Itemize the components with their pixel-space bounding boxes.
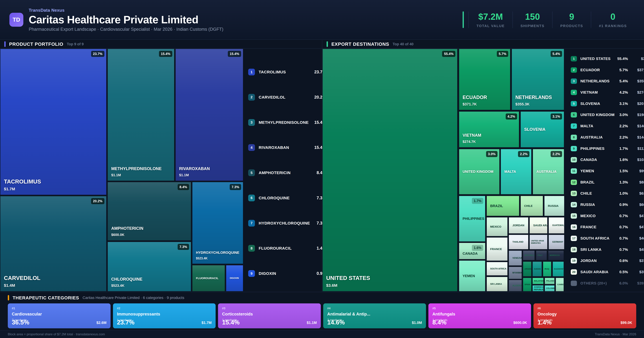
block-name: MEXICO xyxy=(490,225,504,228)
block-pct-badge: 2.2% xyxy=(518,151,530,157)
card-pct: 8.4% xyxy=(432,319,446,326)
list-item-others-20[interactable]: OTHERS (20+)6.0%$393.7K xyxy=(571,280,644,286)
treemap-block-sri-lanka[interactable]: SRI LANKA xyxy=(486,276,508,292)
block-value: $1.1M xyxy=(111,173,171,177)
block-name: VENEZUELA xyxy=(512,257,518,259)
block-pct-badge: 5.7% xyxy=(497,51,508,57)
treemap-block-thailand[interactable]: THAILAND xyxy=(508,234,528,250)
treemap-block-italy[interactable]: ITALY xyxy=(536,250,547,260)
list-item-ecuador[interactable]: 2ECUADOR5.7%$371.7K xyxy=(571,67,644,73)
treemap-block-rivaroxaban[interactable]: 15.4%RIVAROXABAN$1.1M xyxy=(175,48,244,181)
rank-badge: 9 xyxy=(248,270,255,277)
treemap-block-france[interactable]: FRANCE xyxy=(486,237,508,261)
category-card-cardiovascular[interactable]: #1Cardiovascular3 products36.5%$2.6M xyxy=(8,304,110,328)
treemap-block-myanmar[interactable]: MYANMAR xyxy=(508,266,522,279)
list-item-saudi-arabia[interactable]: 20SAUDI ARABIA0.5%$35.2K xyxy=(571,269,644,275)
treemap-block-guatemala[interactable]: GUATEMALA xyxy=(548,217,564,234)
list-item-chile[interactable]: 13CHILE1.0%$63.8K xyxy=(571,191,644,196)
list-item-united-kingdom[interactable]: 6UNITED KINGDOM3.0%$198.9K xyxy=(571,112,644,118)
treemap-block-iraq[interactable]: IRAQ xyxy=(543,261,552,277)
list-item-netherlands[interactable]: 3NETHERLANDS5.4%$355.3K xyxy=(571,78,644,84)
list-item-yemen[interactable]: 11YEMEN1.5%$99.4K xyxy=(571,168,644,174)
treemap-block-malta[interactable]: 2.2%MALTA xyxy=(500,149,532,194)
card-value: $99.0K xyxy=(620,321,632,325)
list-item-russia[interactable]: 14RUSSIA0.9%$60.5K xyxy=(571,202,644,207)
treemap-block-netherlands[interactable]: 5.4%NETHERLANDS$355.3K xyxy=(512,48,564,110)
block-value: $523.4K xyxy=(196,256,240,260)
treemap-block-jordan[interactable]: JORDAN xyxy=(508,217,528,234)
block-name: POLAND xyxy=(546,280,553,282)
treemap-block-south-africa[interactable]: SOUTH AFRICA xyxy=(486,262,508,276)
block-name: ALGERIA xyxy=(512,284,518,287)
treemap-block-digoxin[interactable]: DIGOXIN xyxy=(226,265,244,292)
treemap-block-methylprednisolone[interactable]: 15.4%METHYLPREDNISOLONE$1.1M xyxy=(107,48,174,181)
treemap-block-tacrolimus[interactable]: 23.7%TACROLIMUS$1.7M xyxy=(0,48,107,195)
treemap-block-russia[interactable]: RUSSIA xyxy=(544,196,564,216)
treemap-block-seychelles[interactable]: SEYCHELLES xyxy=(523,250,535,260)
treemap-block-malaysia[interactable]: MALAYSIA xyxy=(532,278,544,284)
treemap-block-hydroxychloroquine[interactable]: 7.3%HYDROXYCHLOROQUINE$523.4K xyxy=(192,182,244,264)
list-item-philippines[interactable]: 9PHILIPPINES1.7%$112.8K xyxy=(571,146,644,151)
treemap-block-cambodia[interactable]: CAMBODIA xyxy=(556,278,564,292)
rank-badge: 5 xyxy=(571,101,577,106)
treemap-block-saudi-arabia[interactable]: SAUDI ARABIA xyxy=(529,217,548,234)
category-card-oncology[interactable]: #6Oncology1 products1.4%$99.0K xyxy=(534,304,636,328)
list-item-australia[interactable]: 8AUSTRALIA2.2%$144.1K xyxy=(571,135,644,140)
treemap-block-ecuador[interactable]: 5.7%ECUADOR$371.7K xyxy=(459,48,510,110)
list-item-united-states[interactable]: 1UNITED STATES55.4%$3.6M xyxy=(571,56,644,62)
treemap-block-dominican-republic[interactable]: DOMINICAN REPUBLIC xyxy=(532,285,544,292)
block-value: $1.7M xyxy=(4,187,103,191)
block-name: UNITED ARAB EMIRATES xyxy=(531,240,546,244)
list-item-france[interactable]: 16FRANCE0.7%$47.0K xyxy=(571,224,644,230)
treemap-block-sudan[interactable]: SUDAN xyxy=(532,261,542,277)
list-item-slovenia[interactable]: 5SLOVENIA3.1%$201.9K xyxy=(571,101,644,106)
block-name: TACROLIMUS xyxy=(4,178,103,185)
list-item-malta[interactable]: 7MALTA2.2%$146.0K xyxy=(571,124,644,129)
block-name: KAZAKHSTAN xyxy=(554,268,562,270)
treemap-block-australia[interactable]: 2.2%AUSTRALIA xyxy=(532,149,564,194)
treemap-block-brazil[interactable]: BRAZIL xyxy=(486,196,520,216)
treemap-block-chloroquine[interactable]: 7.3%CHLOROQUINE$523.4K xyxy=(107,242,191,292)
block-name: FLUOROURACIL xyxy=(196,276,221,280)
block-name: YEMEN xyxy=(462,274,482,278)
list-item-brazil[interactable]: 12BRAZIL1.3%$88.2K xyxy=(571,180,644,185)
treemap-block-carvedilol[interactable]: 20.2%CARVEDILOL$1.4M xyxy=(0,196,107,292)
item-pct: 0.6% xyxy=(614,258,628,263)
treemap-block-yemen[interactable]: YEMEN xyxy=(459,260,486,292)
treemap-block-vietnam[interactable]: 4.2%VIETNAM$274.7K xyxy=(459,111,519,148)
rank-badge: 2 xyxy=(248,94,255,100)
treemap-block-fluorouracil[interactable]: FLUOROURACIL xyxy=(192,265,225,292)
treemap-block-argentina[interactable]: ARGENTINA xyxy=(523,261,532,277)
treemap-block-colombia[interactable]: COLOMBIA xyxy=(544,285,555,292)
treemap-block-philippines[interactable]: 1.7%PHILIPPINES xyxy=(459,196,486,242)
treemap-block-united-arab-emirates[interactable]: UNITED ARAB EMIRATES xyxy=(529,234,548,250)
treemap-block-united-kingdom[interactable]: 3.0%UNITED KINGDOM xyxy=(459,149,500,194)
treemap-block-kazakhstan[interactable]: KAZAKHSTAN xyxy=(552,261,564,277)
category-card-immunosuppressants[interactable]: #2Immunosuppressants1 products23.7%$1.7M xyxy=(113,304,216,328)
treemap-block-germany[interactable]: GERMANY xyxy=(548,234,564,250)
treemap-block-poland[interactable]: POLAND xyxy=(544,278,555,284)
treemap-block-mexico[interactable]: MEXICO xyxy=(486,217,508,236)
treemap-block-venezuela[interactable]: VENEZUELA xyxy=(508,250,522,266)
category-card-antifungals[interactable]: #5Antifungals1 products8.4%$600.0K xyxy=(428,304,531,328)
category-card-antimalarial-antip[interactable]: #4Antimalarial & Antip...2 products14.6%… xyxy=(323,304,426,328)
treemap-block-slovenia[interactable]: 3.1%SLOVENIA xyxy=(520,111,564,148)
treemap-block-canada[interactable]: 1.6%CANADA xyxy=(459,242,486,260)
block-name: IRAQ xyxy=(544,268,550,270)
item-value: $88.2K xyxy=(628,180,644,184)
list-item-jordan[interactable]: 19JORDAN0.6%$37.2K xyxy=(571,258,644,264)
block-pct-badge: 4.2% xyxy=(506,114,517,120)
list-item-canada[interactable]: 10CANADA1.6%$103.3K xyxy=(571,157,644,162)
treemap-block-morocco[interactable]: MOROCCO xyxy=(548,250,564,260)
list-item-south-africa[interactable]: 17SOUTH AFRICA0.7%$46.0K xyxy=(571,236,644,241)
treemap-block-spain[interactable]: SPAIN xyxy=(523,278,532,292)
treemap-block-chile[interactable]: CHILE xyxy=(520,196,543,216)
treemap-block-united-states[interactable]: 55.4%UNITED STATES$3.6M xyxy=(322,48,458,292)
category-card-corticosteroids[interactable]: #3Corticosteroids1 products15.4%$1.1M xyxy=(218,304,321,328)
item-pct: 0.7% xyxy=(614,225,628,229)
treemap-block-algeria[interactable]: ALGERIA xyxy=(508,280,522,292)
treemap-block-amphotericin[interactable]: 8.4%AMPHOTERICIN$600.0K xyxy=(107,182,191,241)
list-item-vietnam[interactable]: 4VIETNAM4.2%$274.7K xyxy=(571,90,644,95)
list-item-mexico[interactable]: 15MEXICO0.7%$47.5K xyxy=(571,213,644,219)
list-item-sri-lanka[interactable]: 18SRI LANKA0.7%$45.4K xyxy=(571,247,644,252)
